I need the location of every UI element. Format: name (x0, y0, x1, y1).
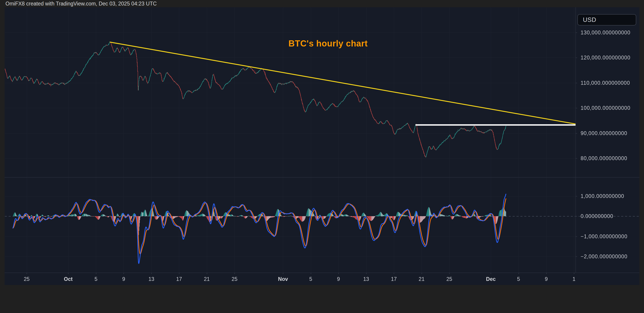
snapshot-header: OmiFX8 created with TradingView.com, Dec… (0, 0, 644, 7)
tradingview-snapshot: OmiFX8 created with TradingView.com, Dec… (0, 0, 644, 313)
snapshot-title: OmiFX8 created with TradingView.com, Dec… (6, 0, 157, 7)
currency-button[interactable]: USD (578, 14, 636, 25)
price-pane[interactable] (4, 7, 576, 177)
time-axis[interactable] (4, 273, 576, 285)
macd-pane[interactable] (4, 177, 576, 273)
snapshot-footer: TradingView (0, 285, 644, 313)
price-axis[interactable] (576, 7, 640, 273)
chart-widget: USD BTC's hourly chart 130,000.000000000… (4, 7, 640, 285)
